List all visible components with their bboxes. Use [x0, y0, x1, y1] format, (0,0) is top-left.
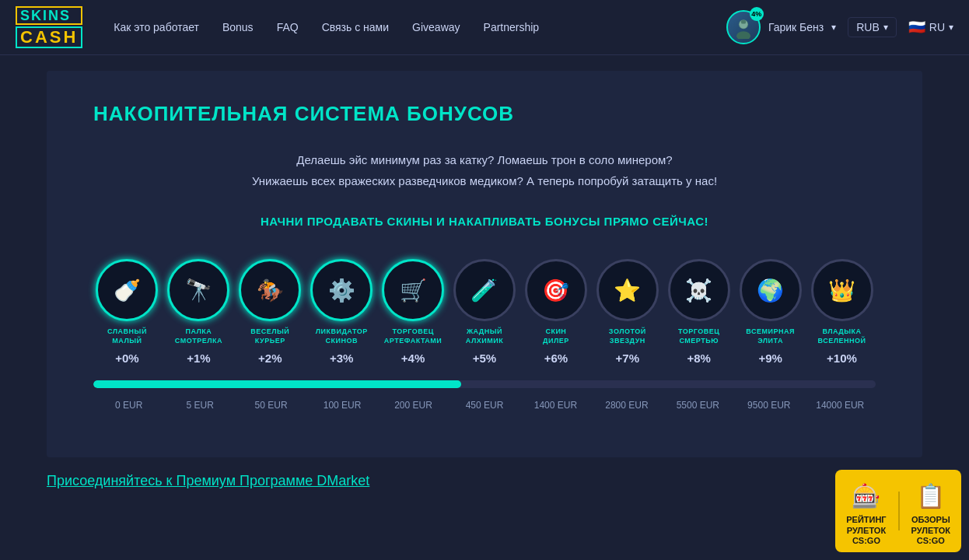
milestone-10: 14000 EUR: [805, 400, 876, 411]
svg-rect-3: [741, 20, 746, 24]
level-avatar-3: ⚙️: [310, 259, 373, 321]
lang-text: RU: [929, 21, 945, 33]
promo-link[interactable]: Присоединяйтесь к Премиум Программе DMar…: [47, 473, 369, 488]
avatar-wrap: 4%: [726, 10, 761, 44]
level-name-10: ВЛАДЫКАВСЕЛЕННОЙ: [818, 327, 866, 345]
level-item-7: ⭐ЗОЛОТОЙЗВЕЗДУН+7%: [593, 259, 661, 365]
level-bonus-1: +1%: [187, 352, 210, 365]
nav-item-giveaway[interactable]: Giveaway: [412, 21, 460, 33]
level-item-0: 🍼СЛАВНЫЙМАЛЫЙ+0%: [93, 259, 161, 365]
level-name-6: СКИНДИЛЕР: [543, 327, 569, 345]
progress-fill: [93, 380, 461, 388]
milestone-0: 0 EUR: [93, 400, 164, 411]
cta-text: НАЧНИ ПРОДАВАТЬ СКИНЫ И НАКАПЛИВАТЬ БОНУ…: [93, 215, 876, 228]
level-bonus-0: +0%: [115, 352, 138, 365]
milestone-1: 5 EUR: [164, 400, 235, 411]
widget-left-label: РЕЙТИНГРУЛЕТОКCS:GO: [846, 515, 886, 546]
subtitle-line1: Делаешь эйс минимум раз за катку? Ломаеш…: [93, 149, 876, 170]
logo[interactable]: SKINS CASH: [16, 6, 82, 48]
milestone-6: 1400 EUR: [520, 400, 591, 411]
level-avatar-0: 🍼: [96, 259, 158, 321]
level-item-9: 🌍ВСЕМИРНАЯЭЛИТА+9%: [736, 259, 804, 365]
level-avatar-8: ☠️: [668, 259, 730, 321]
language-selector[interactable]: 🇷🇺 RU ▾: [908, 19, 953, 36]
user-badge: 4%: [750, 7, 764, 21]
level-avatar-4: 🛒: [382, 259, 444, 321]
main-nav: Как это работаетBonusFAQСвязь с намиGive…: [114, 21, 726, 33]
bottom-promo: Присоединяйтесь к Премиум Программе DMar…: [47, 473, 922, 489]
level-name-5: ЖАДНЫЙАЛХИМИК: [466, 327, 503, 345]
level-item-10: 👑ВЛАДЫКАВСЕЛЕННОЙ+10%: [808, 259, 876, 365]
level-item-2: 🏇ВЕСЕЛЫЙКУРЬЕР+2%: [236, 259, 304, 365]
level-item-3: ⚙️ЛИКВИДАТОРСКИНОВ+3%: [308, 259, 376, 365]
level-name-3: ЛИКВИДАТОРСКИНОВ: [316, 327, 368, 345]
nav-item-bonus[interactable]: Bonus: [222, 21, 254, 33]
level-avatar-9: 🌍: [740, 259, 802, 321]
subtitle-block: Делаешь эйс минимум раз за катку? Ломаеш…: [93, 149, 876, 191]
milestone-3: 100 EUR: [306, 400, 377, 411]
username: Гарик Бенз: [768, 21, 824, 33]
lang-chevron-icon: ▾: [949, 22, 953, 33]
level-item-4: 🛒ТОРГОВЕЦАРТЕФАКТАМИ+4%: [380, 259, 447, 365]
level-name-8: ТОРГОВЕЦСМЕРТЬЮ: [678, 327, 719, 345]
milestone-9: 9500 EUR: [733, 400, 804, 411]
level-avatar-7: ⭐: [596, 259, 659, 321]
level-bonus-6: +6%: [544, 352, 568, 365]
roulette-rating-icon: 🎰: [847, 476, 886, 515]
main-content: НАКОПИТЕЛЬНАЯ СИСТЕМА БОНУСОВ Делаешь эй…: [47, 71, 922, 457]
milestone-4: 200 EUR: [378, 400, 449, 411]
roulette-reviews-icon: 📋: [911, 476, 950, 515]
milestone-5: 450 EUR: [449, 400, 519, 411]
currency-text: RUB: [856, 21, 880, 33]
level-bonus-5: +5%: [473, 352, 496, 365]
user-chevron-icon: ▾: [831, 22, 836, 33]
level-avatar-1: 🔭: [167, 259, 229, 321]
currency-selector[interactable]: RUB ▾: [848, 17, 897, 37]
subtitle-line2: Унижаешь всех вражеских разведчиков меди…: [93, 170, 876, 191]
level-bonus-10: +10%: [827, 352, 857, 365]
level-bonus-8: +8%: [687, 352, 710, 365]
flag-icon: 🇷🇺: [908, 19, 925, 36]
logo-top: SKINS: [16, 6, 82, 25]
level-avatar-5: 🧪: [453, 259, 516, 321]
widget-left: 🎰 РЕЙТИНГРУЛЕТОКCS:GO: [846, 476, 886, 546]
nav-item-how-it-works[interactable]: Как это работает: [114, 21, 199, 33]
level-bonus-4: +4%: [401, 352, 425, 365]
progress-section: 0 EUR5 EUR50 EUR100 EUR200 EUR450 EUR140…: [93, 380, 876, 411]
level-bonus-3: +3%: [330, 352, 353, 365]
level-avatar-2: 🏇: [239, 259, 301, 321]
milestones: 0 EUR5 EUR50 EUR100 EUR200 EUR450 EUR140…: [93, 400, 876, 411]
level-item-6: 🎯СКИНДИЛЕР+6%: [522, 259, 589, 365]
level-avatar-10: 👑: [811, 259, 873, 321]
level-bonus-9: +9%: [758, 352, 782, 365]
level-bonus-2: +2%: [258, 352, 282, 365]
corner-widget[interactable]: 🎰 РЕЙТИНГРУЛЕТОКCS:GO 📋 ОБЗОРЫРУЛЕТОКCS:…: [835, 470, 961, 552]
level-name-4: ТОРГОВЕЦАРТЕФАКТАМИ: [384, 327, 442, 345]
level-item-8: ☠️ТОРГОВЕЦСМЕРТЬЮ+8%: [665, 259, 733, 365]
level-bonus-7: +7%: [616, 352, 639, 365]
currency-chevron-icon: ▾: [883, 22, 888, 33]
level-name-0: СЛАВНЫЙМАЛЫЙ: [107, 327, 147, 345]
page-title: НАКОПИТЕЛЬНАЯ СИСТЕМА БОНУСОВ: [93, 102, 876, 126]
level-name-2: ВЕСЕЛЫЙКУРЬЕР: [250, 327, 289, 345]
milestone-8: 5500 EUR: [663, 400, 733, 411]
svg-point-1: [736, 31, 750, 39]
header: SKINS CASH Как это работаетBonusFAQСвязь…: [0, 0, 969, 55]
user-section[interactable]: 4% Гарик Бенз ▾: [726, 10, 836, 44]
level-name-1: ПАЛКАСМОТРЕЛКА: [175, 327, 222, 345]
milestone-7: 2800 EUR: [591, 400, 662, 411]
levels-row: 🍼СЛАВНЫЙМАЛЫЙ+0%🔭ПАЛКАСМОТРЕЛКА+1%🏇ВЕСЕЛ…: [93, 259, 876, 365]
level-name-7: ЗОЛОТОЙЗВЕЗДУН: [609, 327, 646, 345]
nav-item-contact[interactable]: Связь с нами: [322, 21, 389, 33]
header-right: 4% Гарик Бенз ▾ RUB ▾ 🇷🇺 RU ▾: [726, 10, 953, 44]
nav-item-faq[interactable]: FAQ: [277, 21, 299, 33]
milestone-2: 50 EUR: [236, 400, 306, 411]
nav-item-partnership[interactable]: Partnership: [484, 21, 540, 33]
widget-divider: [898, 492, 900, 530]
level-item-1: 🔭ПАЛКАСМОТРЕЛКА+1%: [165, 259, 233, 365]
logo-bottom: CASH: [16, 26, 82, 48]
progress-track: [93, 380, 876, 388]
level-item-5: 🧪ЖАДНЫЙАЛХИМИК+5%: [451, 259, 519, 365]
widget-right: 📋 ОБЗОРЫРУЛЕТОКCS:GO: [911, 476, 950, 546]
widget-right-label: ОБЗОРЫРУЛЕТОКCS:GO: [911, 515, 950, 546]
